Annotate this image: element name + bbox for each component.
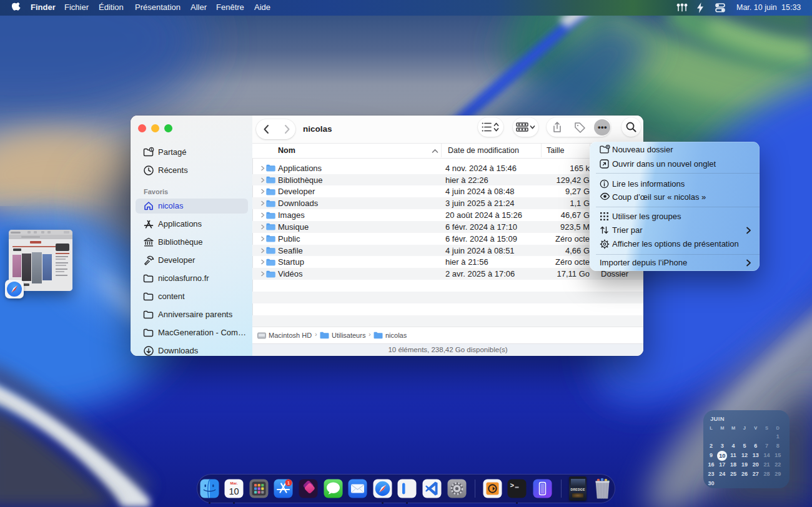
svg-text:Mar.: Mar. <box>230 481 238 485</box>
svg-text:1: 1 <box>287 480 290 485</box>
svg-text:>: > <box>510 482 515 490</box>
svg-text:10: 10 <box>229 486 239 496</box>
